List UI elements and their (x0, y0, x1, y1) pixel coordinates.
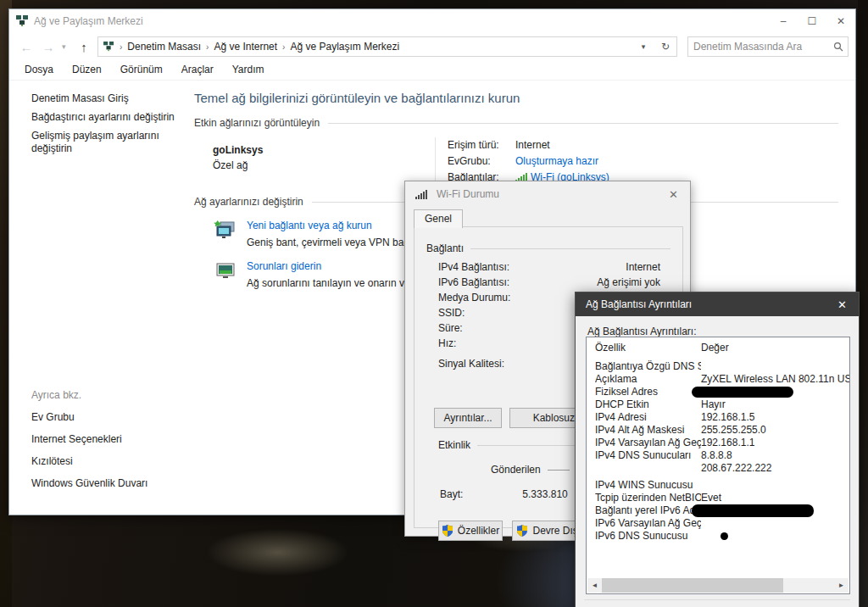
search-icon[interactable] (829, 37, 848, 56)
sidebar-link[interactable]: Bağdaştırıcı ayarlarını değiştirin (31, 111, 177, 124)
address-bar[interactable]: › Denetim Masası›Ağ ve Internet›Ağ ve Pa… (97, 36, 677, 57)
wifi-row-label: Medya Durumu: (438, 290, 510, 305)
details-row[interactable]: IPv4 Adresi192.168.1.5 (587, 411, 849, 424)
redaction-bar (692, 504, 814, 517)
menu-yardım[interactable]: Yardım (232, 64, 264, 75)
see-also-link[interactable]: Windows Güvenlik Duvarı (31, 477, 177, 490)
details-property: Bağlantı yerel IPv6 Adresi (595, 504, 701, 517)
details-row[interactable]: IPv4 Varsayılan Ağ Geçidi192.168.1.1 (587, 437, 849, 449)
details-row[interactable]: AçıklamaZyXEL Wireless LAN 802.11n USB 2… (587, 373, 849, 386)
wifi-row-label: Hız: (438, 336, 456, 351)
wifi-row-label: IPv4 Bağlantısı: (438, 259, 509, 275)
up-icon[interactable]: ↑ (75, 40, 92, 54)
sidebar: Denetim Masası Giriş Bağdaştırıcı ayarla… (9, 81, 189, 511)
breadcrumb-chevron: › (204, 42, 210, 52)
search-input[interactable] (688, 41, 829, 53)
sidebar-item-control-panel-home[interactable]: Denetim Masası Giriş (31, 92, 177, 105)
wifi-close-icon[interactable]: ✕ (665, 187, 682, 203)
breadcrumb-item[interactable]: Denetim Masası (127, 41, 201, 53)
desktop-wallpaper: Ağ ve Paylaşım Merkezi – ☐ ✕ ← → ▾ ↑ › D… (0, 0, 868, 607)
details-close-icon[interactable]: ✕ (834, 297, 850, 313)
see-also-link[interactable]: Ev Grubu (31, 411, 177, 424)
menu-düzen[interactable]: Düzen (72, 64, 102, 75)
details-property: IPv4 WINS Sunucusu (595, 479, 701, 492)
breadcrumb[interactable]: Denetim Masası›Ağ ve Internet›Ağ ve Payl… (127, 41, 631, 53)
menu-dosya[interactable]: Dosya (25, 64, 53, 75)
details-row[interactable]: IPv6 Varsayılan Ağ Geçidi (587, 517, 849, 530)
details-list-label: Ağ Bağlantısı Ayrıntıları: (587, 326, 859, 337)
history-chevron-icon[interactable]: ▾ (62, 42, 70, 51)
wifi-status-row: IPv6 Bağlantısı:Ağ erişimi yok (438, 275, 660, 290)
breadcrumb-item[interactable]: Ağ ve Internet (214, 41, 277, 53)
listview-header[interactable]: Özellik Değer (587, 337, 849, 360)
access-type-label: Erişim türü: (448, 139, 515, 151)
bytes-label: Bayt: (440, 488, 463, 500)
main-titlebar[interactable]: Ağ ve Paylaşım Merkezi – ☐ ✕ (9, 9, 855, 33)
maximize-button[interactable]: ☐ (798, 9, 826, 33)
details-property: DHCP Etkin (595, 398, 701, 411)
details-property: IPv4 Varsayılan Ağ Geçidi (595, 437, 701, 449)
divider (548, 470, 570, 471)
network-details-dialog: Ağ Bağlantısı Ayrıntıları ✕ Ağ Bağlantıs… (575, 292, 860, 607)
details-row[interactable]: DHCP EtkinHayır (587, 398, 849, 411)
see-also-link[interactable]: Kızılötesi (31, 455, 177, 468)
details-row[interactable]: Bağlantı yerel IPv6 Adresi (587, 504, 849, 517)
details-property: IPv4 Adresi (595, 411, 701, 424)
homegroup-link[interactable]: Oluşturmaya hazır (515, 155, 598, 167)
breadcrumb-item[interactable]: Ağ ve Paylaşım Merkezi (290, 41, 399, 53)
details-row[interactable]: Fiziksel Adres (587, 386, 849, 398)
details-property (595, 462, 701, 475)
details-dialog-titlebar[interactable]: Ağ Bağlantısı Ayrıntıları ✕ (576, 292, 859, 316)
search-box[interactable] (687, 36, 849, 57)
scroll-left-icon[interactable]: ◄ (587, 578, 602, 593)
wifi-row-label: Süre: (438, 320, 463, 336)
scrollbar-thumb[interactable] (602, 578, 783, 593)
breadcrumb-chevron: › (118, 42, 124, 52)
wifi-row-value: Internet (626, 259, 660, 275)
details-row[interactable]: 208.67.222.222 (587, 462, 849, 475)
column-property[interactable]: Özellik (595, 342, 701, 354)
details-row[interactable]: IPv6 DNS Sunucusu (587, 530, 849, 543)
properties-button[interactable]: Özellikler (438, 521, 503, 541)
menu-görünüm[interactable]: Görünüm (120, 64, 163, 75)
close-button[interactable]: ✕ (826, 9, 855, 33)
horizontal-scrollbar[interactable]: ◄ ► (587, 578, 849, 593)
network-location-icon (103, 42, 114, 52)
details-property: Tcpip üzerinden NetBIO... (595, 492, 701, 504)
see-also-link[interactable]: Internet Seçenekleri (31, 433, 177, 446)
wifi-dialog-title: Wi-Fi Durumu (437, 188, 665, 200)
details-button[interactable]: Ayrıntılar... (434, 408, 502, 428)
forward-icon[interactable]: → (40, 40, 57, 54)
back-icon[interactable]: ← (18, 40, 35, 54)
see-also-heading: Ayrıca bkz. (31, 389, 177, 401)
details-value: 192.168.1.1 (701, 437, 849, 449)
details-row[interactable]: Bağlantıya Özgü DNS S... (587, 360, 849, 373)
details-value: Evet (701, 492, 849, 504)
details-listview[interactable]: Özellik Değer Bağlantıya Özgü DNS S...Aç… (586, 337, 850, 594)
wifi-row-label: SSID: (438, 305, 465, 320)
details-value (701, 517, 849, 530)
details-value (701, 360, 849, 373)
details-property: Fiziksel Adres (595, 386, 701, 398)
details-property: IPv6 DNS Sunucusu (595, 530, 701, 543)
breadcrumb-chevron: › (281, 42, 287, 52)
minimize-button[interactable]: – (769, 9, 798, 33)
address-dropdown-icon[interactable]: ▾ (634, 37, 653, 56)
details-value (701, 479, 849, 492)
details-row[interactable]: Tcpip üzerinden NetBIO...Evet (587, 492, 849, 504)
page-title: Temel ağ bilgilerinizi görüntüleyin ve b… (194, 91, 838, 105)
details-row[interactable]: IPv4 Alt Ağ Maskesi255.255.255.0 (587, 424, 849, 437)
column-value[interactable]: Değer (701, 342, 729, 354)
details-row[interactable]: IPv4 DNS Sunucuları8.8.8.8 (587, 449, 849, 462)
details-value: 208.67.222.222 (701, 462, 849, 475)
tab-general[interactable]: Genel (414, 209, 463, 228)
scroll-right-icon[interactable]: ► (834, 578, 849, 593)
bytes-sent-value: 5.333.810 (522, 488, 567, 500)
details-row[interactable]: IPv4 WINS Sunucusu (587, 479, 849, 492)
sidebar-link[interactable]: Gelişmiş paylaşım ayarlarını değiştirin (31, 130, 177, 155)
wifi-dialog-titlebar[interactable]: Wi-Fi Durumu ✕ (405, 181, 690, 207)
refresh-icon[interactable]: ↻ (656, 37, 675, 56)
details-value: Hayır (701, 398, 849, 411)
network-name: goLinksys (213, 144, 435, 156)
menu-araçlar[interactable]: Araçlar (181, 64, 214, 75)
